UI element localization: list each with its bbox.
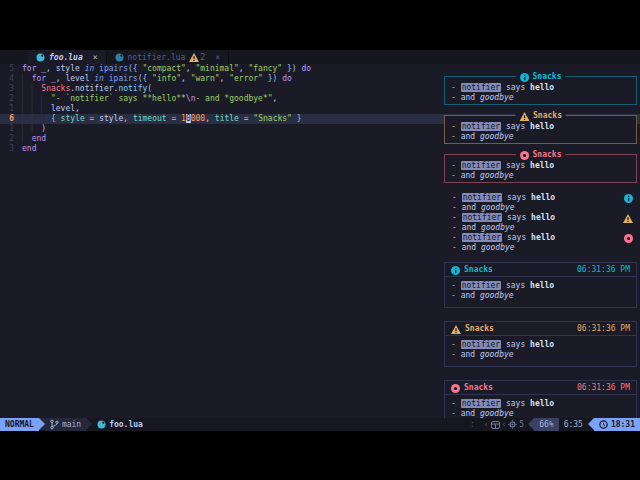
message-token: says	[502, 213, 531, 222]
warn-icon	[623, 214, 633, 223]
notification-message: - notifier says hello- and goodbye	[452, 193, 637, 213]
code-token: in	[94, 74, 104, 83]
line-number: 5	[0, 64, 14, 74]
notification-timestamp: 06:31:36 PM	[577, 265, 630, 275]
message-token: goodbye	[481, 223, 515, 232]
statusline-spacer	[148, 418, 465, 431]
code-token: ,	[123, 114, 133, 123]
code-token: ipairs	[109, 74, 138, 83]
code-token: do	[297, 64, 311, 73]
line-number: 6	[0, 114, 14, 124]
message-token: says	[501, 122, 530, 131]
message-token: -	[451, 122, 461, 131]
code-token: ,	[186, 64, 196, 73]
plugin-status-segment: ‹ ‹ 5	[480, 418, 528, 431]
message-token: says	[501, 83, 530, 92]
branch-label: main	[62, 420, 81, 429]
message-token: hello	[530, 122, 554, 131]
message-token: goodbye	[480, 350, 514, 359]
message-token: goodbye	[480, 93, 514, 102]
code-token: ,	[181, 74, 191, 83]
notification-minimal-error[interactable]: - notifier says hello- and goodbye	[444, 233, 637, 253]
code-token: 000	[191, 114, 205, 123]
notification-title-label: Snacks	[464, 383, 493, 393]
notification-fancy-info[interactable]: Snacks06:31:36 PM- notifier says hello- …	[444, 262, 637, 308]
notification-header: Snacks06:31:36 PM	[445, 322, 636, 336]
tab-foo.lua[interactable]: foo.lua×	[28, 50, 106, 64]
lua-file-icon	[97, 420, 106, 429]
code-text: ▏ ▏ ▏ { style = style, timeout = 10000, …	[22, 114, 302, 124]
message-token: and	[462, 243, 481, 252]
message-line: - and goodbye	[452, 203, 637, 213]
notification-compact-info[interactable]: Snacks- notifier says hello- and goodbye	[444, 76, 637, 105]
message-token: goodbye	[481, 203, 515, 212]
code-token: ({	[128, 64, 142, 73]
notification-fancy-error[interactable]: Snacks06:31:36 PM- notifier says hello- …	[444, 380, 637, 418]
message-token: -	[452, 213, 462, 222]
notification-compact-warn[interactable]: Snacks- notifier says hello- and goodbye	[444, 115, 637, 144]
code-token: end	[22, 144, 36, 153]
line-number: 3	[0, 144, 14, 154]
notification-title-label: Snacks	[533, 111, 562, 121]
code-token: timeout	[133, 114, 167, 123]
message-token: and	[462, 203, 481, 212]
line-number: 1	[0, 104, 14, 114]
code-token: })	[263, 74, 277, 83]
close-icon[interactable]: ×	[93, 53, 98, 62]
message-line: - notifier says hello	[452, 193, 637, 203]
notification-minimal-warn[interactable]: - notifier says hello- and goodbye	[444, 213, 637, 233]
cursor-location: 6:35	[559, 418, 588, 431]
updates-count: 5	[519, 420, 524, 429]
message-token: -	[452, 193, 462, 202]
info-icon	[520, 73, 529, 82]
notification-timestamp: 06:31:36 PM	[577, 324, 630, 334]
code-token: }	[292, 114, 302, 123]
statusline-colon: :	[465, 418, 480, 431]
code-token: for	[32, 74, 46, 83]
code-token: "Snacks"	[253, 114, 292, 123]
close-icon[interactable]: ×	[215, 53, 220, 62]
message-token: says	[501, 340, 530, 349]
tab-notifier.lua[interactable]: notifier.lua2×	[107, 50, 228, 64]
code-token: end	[32, 134, 46, 143]
notification-fancy-warn[interactable]: Snacks06:31:36 PM- notifier says hello- …	[444, 321, 637, 367]
message-token: says	[502, 233, 531, 242]
code-token: =	[167, 114, 181, 123]
message-line: - and goodbye	[452, 223, 637, 233]
notification-message: - notifier says hello- and goodbye	[451, 281, 630, 301]
message-token: -	[451, 340, 461, 349]
editor[interactable]: 5for _, style in ipairs({ "compact", "mi…	[0, 64, 640, 418]
tab-separator	[228, 50, 229, 64]
error-icon	[520, 151, 529, 160]
message-line: - and goodbye	[451, 171, 630, 181]
warn-icon	[519, 112, 529, 121]
notification-message: - notifier says hello- and goodbye	[451, 122, 630, 142]
code-token: ({	[138, 74, 152, 83]
warning-icon	[189, 53, 199, 62]
colon-label: :	[470, 420, 475, 429]
message-token: -	[452, 243, 462, 252]
screen: foo.lua×notifier.lua2× 5for _, style in …	[0, 0, 640, 480]
message-token: goodbye	[480, 171, 514, 180]
code-token: ,	[273, 94, 278, 103]
notification-compact-error[interactable]: Snacks- notifier says hello- and goodbye	[444, 154, 637, 183]
message-line: - notifier says hello	[451, 83, 630, 93]
code-text: ▏ ▏ ▏ "- `notifier` says **hello**\n- an…	[22, 94, 277, 104]
message-token: -	[451, 291, 461, 300]
code-token: title	[215, 114, 239, 123]
chevron-left-icon: ‹	[502, 420, 507, 429]
message-token: says	[501, 399, 530, 408]
info-icon	[451, 266, 460, 275]
message-token: notifier	[461, 161, 502, 170]
code-text: ▏ for _, level in ipairs({ "info", "warn…	[22, 74, 292, 84]
window-grid-icon	[491, 421, 500, 429]
message-line: - notifier says hello	[451, 281, 630, 291]
git-branch-segment: main	[45, 418, 86, 431]
code-text: ▏ ▏ Snacks.notifier.notify(	[22, 84, 152, 94]
notification-message: - notifier says hello- and goodbye	[451, 161, 630, 181]
location-label: 6:35	[564, 420, 583, 429]
notification-minimal-info[interactable]: - notifier says hello- and goodbye	[444, 193, 637, 213]
code-token: notify	[118, 84, 147, 93]
message-token: -	[451, 132, 461, 141]
message-token: and	[461, 132, 480, 141]
